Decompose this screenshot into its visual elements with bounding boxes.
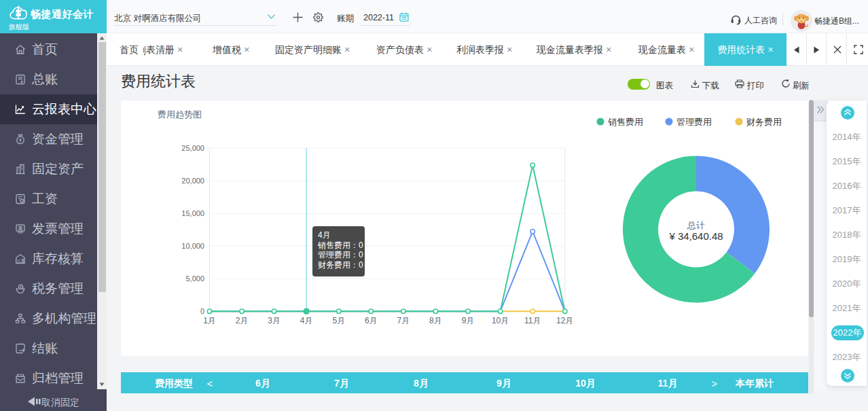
- svg-text:15,000: 15,000: [181, 209, 204, 217]
- svg-text:2月: 2月: [236, 316, 249, 325]
- svg-text:财务费用: 财务费用: [746, 116, 782, 126]
- svg-text:11月: 11月: [524, 316, 541, 325]
- svg-text:1月: 1月: [203, 316, 216, 325]
- svg-text:7月: 7月: [397, 316, 410, 325]
- svg-text:3月: 3月: [268, 316, 281, 325]
- svg-text:销售费用: 销售费用: [608, 116, 643, 126]
- svg-text:5月: 5月: [332, 316, 345, 325]
- svg-text:管理费用: 管理费用: [676, 116, 712, 126]
- svg-text:¥ 34,640.48: ¥ 34,640.48: [668, 230, 723, 241]
- svg-text:20,000: 20,000: [181, 177, 204, 185]
- svg-text:25,000: 25,000: [181, 144, 204, 152]
- svg-text:0: 0: [200, 307, 204, 315]
- svg-text:5,000: 5,000: [185, 274, 204, 283]
- svg-text:10,000: 10,000: [181, 242, 204, 250]
- svg-text:4月: 4月: [300, 316, 313, 325]
- svg-text:9月: 9月: [462, 316, 475, 325]
- svg-text:6月: 6月: [365, 316, 378, 325]
- svg-text:总计: 总计: [687, 219, 705, 230]
- svg-text:12月: 12月: [556, 316, 573, 325]
- svg-text:10月: 10月: [492, 316, 509, 325]
- svg-text:8月: 8月: [429, 316, 442, 325]
